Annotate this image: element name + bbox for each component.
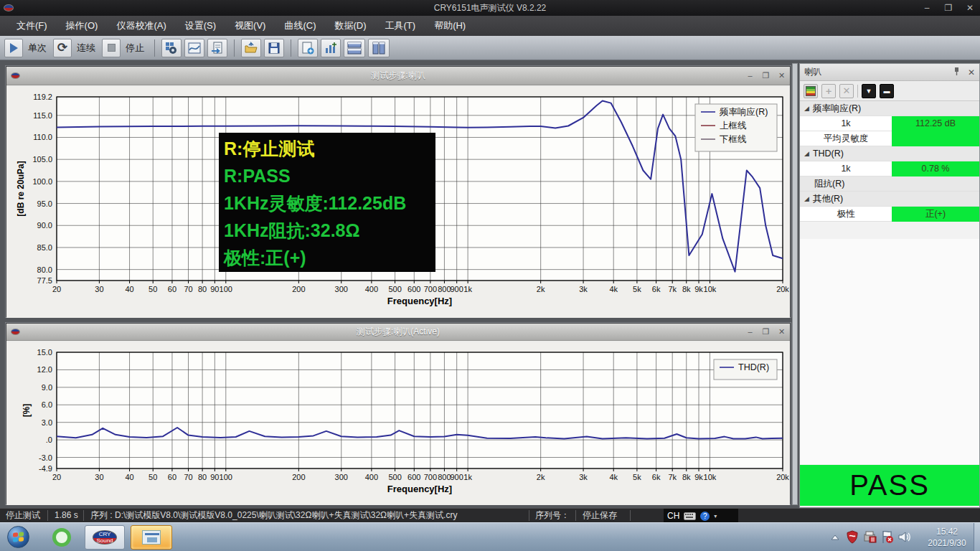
child-titlebar[interactable]: 测试步骤:喇叭 – ❐ ✕	[6, 67, 790, 85]
menu-item-7[interactable]: 工具(T)	[376, 16, 425, 36]
child-close-button[interactable]: ✕	[777, 71, 786, 80]
run-single-button[interactable]	[4, 39, 23, 57]
child-minimize-button[interactable]: –	[745, 71, 755, 80]
run-continuous-button[interactable]: ⟳	[53, 39, 72, 57]
show-desktop-button[interactable]	[974, 523, 980, 551]
restore-button[interactable]: ❐	[943, 3, 954, 13]
svg-text:50: 50	[149, 285, 157, 293]
minimize-button[interactable]: –	[921, 3, 933, 13]
export-report-button[interactable]	[207, 39, 227, 57]
delete-button[interactable]: ✕	[839, 84, 854, 98]
svg-text:1k: 1k	[463, 285, 472, 293]
chart-area: 2030405060708090100200300400500600700800…	[6, 342, 790, 505]
start-button[interactable]	[7, 526, 29, 548]
svg-text:-4.9: -4.9	[39, 464, 52, 473]
status-save-state: 停止保存	[583, 509, 617, 522]
child-restore-button[interactable]: ❐	[761, 71, 771, 80]
results-panel: 喇叭 ✕ ＋ ✕ ▼ ▬ ◢频率响应(R)1k112.25 dB平均灵敏度◢TH…	[799, 63, 980, 508]
svg-text:4k: 4k	[609, 473, 618, 481]
result-row[interactable]: 极性正(+)	[800, 207, 979, 222]
svg-text:700: 700	[424, 285, 437, 293]
menu-item-6[interactable]: 数据(D)	[325, 16, 375, 36]
tree-expand-icon[interactable]: ◢	[804, 105, 809, 112]
save-file-button[interactable]	[264, 39, 284, 57]
menu-item-0[interactable]: 文件(F)	[7, 16, 57, 36]
result-row[interactable]: 1k112.25 dB	[800, 116, 979, 131]
menu-item-8[interactable]: 帮助(H)	[425, 16, 475, 36]
add-button[interactable]: ＋	[821, 84, 836, 98]
toolbar-separator	[154, 39, 155, 57]
volume-speaker-icon[interactable]	[898, 531, 913, 543]
menu-item-5[interactable]: 曲线(C)	[275, 16, 325, 36]
svg-text:900: 900	[451, 285, 463, 293]
svg-text:700: 700	[424, 473, 437, 481]
group-label: 其他(R)	[813, 193, 843, 205]
taskbar-browser-button[interactable]	[46, 525, 77, 550]
curve-settings-button[interactable]	[184, 39, 204, 57]
svg-text:900: 900	[451, 473, 463, 481]
menu-item-2[interactable]: 仪器校准(A)	[107, 16, 175, 36]
language-bar[interactable]: CH ? ▾	[664, 509, 738, 523]
result-label: 1k	[800, 118, 892, 128]
tree-expand-icon[interactable]: ◢	[804, 150, 809, 157]
browser-icon	[52, 528, 71, 547]
new-report-button[interactable]	[298, 39, 318, 57]
language-indicator[interactable]: CH	[667, 511, 679, 521]
panel-close-icon[interactable]: ✕	[968, 67, 975, 77]
close-button[interactable]: ✕	[964, 3, 976, 13]
limits-button[interactable]	[804, 84, 818, 98]
svg-text:400: 400	[365, 473, 378, 481]
svg-text:90: 90	[210, 473, 219, 481]
tile-horizontal-icon	[347, 41, 362, 55]
layout-vertical-button[interactable]	[368, 39, 390, 57]
group-row[interactable]: 阻抗(R)	[800, 176, 979, 192]
results-panel-title: 喇叭	[804, 66, 953, 78]
svg-text:下框线: 下框线	[720, 134, 747, 144]
taskbar-active-app-button[interactable]	[131, 525, 172, 550]
svg-text:77.5: 77.5	[37, 276, 52, 285]
menu-item-1[interactable]: 操作(O)	[57, 16, 108, 36]
group-row[interactable]: ◢频率响应(R)	[800, 101, 979, 116]
child-titlebar[interactable]: 测试步骤:喇叭(Active) – ❐ ✕	[6, 324, 790, 341]
panel-toolbar-separator	[857, 85, 858, 98]
help-icon[interactable]: ?	[700, 512, 710, 521]
security-shield-icon[interactable]	[847, 530, 858, 544]
group-row[interactable]: ◢其他(R)	[800, 192, 979, 207]
svg-text:2k: 2k	[537, 473, 545, 481]
vertical-scrollbar[interactable]	[792, 63, 798, 505]
group-row[interactable]: ◢THD(R)	[800, 146, 979, 161]
menu-item-3[interactable]: 设置(S)	[176, 16, 225, 36]
layout-horizontal-button[interactable]	[344, 39, 365, 57]
child-close-button[interactable]: ✕	[777, 327, 786, 336]
show-hidden-icons-chevron[interactable]	[831, 534, 839, 540]
clock-time: 15:42	[921, 526, 973, 537]
open-file-button[interactable]	[241, 39, 261, 57]
pin-icon[interactable]	[953, 66, 961, 79]
tree-expand-icon[interactable]: ◢	[804, 195, 809, 202]
keyboard-icon[interactable]	[684, 512, 696, 520]
test-settings-button[interactable]	[161, 39, 182, 57]
expand-button[interactable]: ▬	[880, 84, 894, 98]
svg-text:40: 40	[125, 473, 133, 481]
language-options-caret[interactable]: ▾	[714, 513, 717, 519]
stop-button[interactable]	[102, 39, 121, 57]
menu-item-4[interactable]: 视图(V)	[225, 16, 275, 36]
child-minimize-button[interactable]: –	[745, 327, 755, 336]
svg-text:80: 80	[198, 285, 207, 293]
taskbar-crysound-button[interactable]: CRYSound	[85, 525, 125, 550]
svg-text:3k: 3k	[579, 473, 588, 481]
action-center-flag-icon[interactable]	[881, 530, 894, 544]
instrument-icon	[142, 530, 161, 545]
document-arrow-icon	[210, 41, 225, 55]
result-row[interactable]: 平均灵敏度	[800, 131, 979, 146]
printer-tray-icon[interactable]	[864, 531, 877, 543]
results-panel-toolbar: ＋ ✕ ▼ ▬	[800, 81, 979, 101]
result-row[interactable]: 1k0.78 %	[800, 161, 979, 176]
svg-text:95.0: 95.0	[37, 199, 52, 208]
bar-chart-plus-icon	[324, 41, 338, 55]
taskbar-clock[interactable]: 15:42 2021/9/30	[921, 526, 973, 549]
collapse-button[interactable]: ▼	[862, 84, 876, 98]
child-restore-button[interactable]: ❐	[761, 327, 771, 336]
new-document-icon	[301, 41, 315, 55]
add-chart-button[interactable]	[321, 39, 341, 57]
